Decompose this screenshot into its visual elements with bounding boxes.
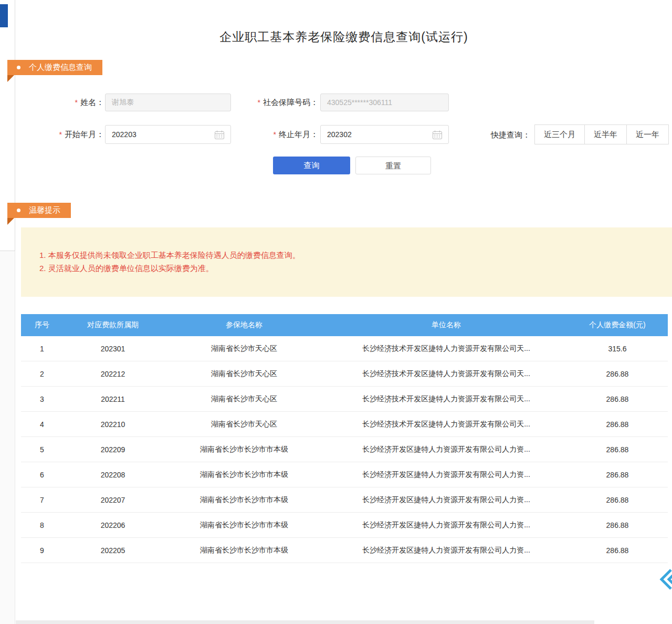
end-month-label: *终止年月： [236, 126, 318, 143]
table-cell: 长沙经济技术开发区捷特人力资源开发有限公司天... [326, 420, 567, 429]
end-month-value: 202302 [327, 130, 433, 139]
start-month-label: *开始年月： [42, 126, 104, 143]
table-header-place: 参保地名称 [163, 320, 326, 330]
name-field[interactable]: 谢旭泰 [105, 93, 231, 111]
table-cell: 286.88 [567, 471, 668, 479]
ssn-field[interactable]: 430525******306111 [320, 93, 449, 111]
name-value: 谢旭泰 [112, 98, 224, 107]
required-mark: * [274, 130, 276, 139]
required-mark: * [59, 130, 62, 139]
quick-option-last-half-year[interactable]: 近半年 [584, 124, 627, 144]
table-cell: 202210 [63, 420, 163, 429]
required-mark: * [75, 98, 78, 107]
table-cell: 315.6 [567, 345, 668, 353]
table-cell: 286.88 [567, 420, 668, 429]
required-mark: * [258, 98, 260, 107]
start-month-value: 202203 [112, 130, 215, 139]
table-cell: 湖南省长沙市天心区 [163, 420, 326, 429]
end-month-field[interactable]: 202302 [320, 125, 449, 144]
table-cell: 286.88 [567, 445, 668, 454]
ssn-label: *社会保障号码： [236, 93, 318, 111]
table-cell: 湖南省长沙市长沙市市本级 [163, 445, 326, 454]
table-cell: 286.88 [567, 370, 668, 378]
quick-query-label: 快捷查询： [480, 125, 530, 145]
notice-line: 2. 灵活就业人员的缴费单位信息以实际缴费为准。 [39, 262, 672, 275]
page-title: 企业职工基本养老保险缴费信息查询(试运行) [16, 29, 672, 45]
notice-panel: 1. 本服务仅提供尚未领取企业职工基本养老保险待遇人员的缴费信息查询。 2. 灵… [21, 227, 672, 297]
table-cell: 5 [21, 445, 63, 454]
double-left-chevron-icon[interactable] [656, 567, 672, 591]
table-cell: 202209 [63, 445, 163, 454]
notice-line: 1. 本服务仅提供尚未领取企业职工基本养老保险待遇人员的缴费信息查询。 [39, 227, 672, 262]
start-month-field[interactable]: 202203 [105, 125, 231, 144]
payment-table: 序号 对应费款所属期 参保地名称 单位名称 个人缴费金额(元) 1202301湖… [21, 314, 668, 563]
quick-option-last-3-months[interactable]: 近三个月 [534, 124, 585, 144]
table-row: 1202301湖南省长沙市天心区长沙经济技术开发区捷特人力资源开发有限公司天..… [21, 336, 668, 361]
section-badge-tips-label: 温馨提示 [29, 205, 60, 215]
table-body: 1202301湖南省长沙市天心区长沙经济技术开发区捷特人力资源开发有限公司天..… [21, 336, 668, 563]
table-row: 8202206湖南省长沙市长沙市市本级长沙经济开发区捷特人力资源开发有限公司人力… [21, 513, 668, 538]
quick-query-group: 近三个月 近半年 近一年 [534, 124, 669, 144]
section-badge-query: 个人缴费信息查询 [7, 60, 102, 75]
calendar-icon[interactable] [215, 130, 224, 139]
ribbon-fold [7, 75, 14, 82]
table-row: 9202205湖南省长沙市长沙市市本级长沙经济开发区捷特人力资源开发有限公司人力… [21, 538, 668, 563]
table-cell: 202208 [63, 471, 163, 479]
table-row: 6202208湖南省长沙市长沙市市本级长沙经济开发区捷特人力资源开发有限公司人力… [21, 462, 668, 487]
section-badge-tips: 温馨提示 [7, 203, 71, 218]
table-cell: 2 [21, 370, 63, 378]
table-cell: 1 [21, 345, 63, 353]
table-cell: 8 [21, 521, 63, 529]
table-cell: 长沙经济开发区捷特人力资源开发有限公司人力资... [326, 521, 567, 530]
table-cell: 湖南省长沙市天心区 [163, 394, 326, 404]
table-row: 3202211湖南省长沙市天心区长沙经济技术开发区捷特人力资源开发有限公司天..… [21, 387, 668, 412]
page: 企业职工基本养老保险缴费信息查询(试运行) 个人缴费信息查询 *姓名： 谢旭泰 … [0, 0, 672, 624]
table-cell: 286.88 [567, 546, 668, 555]
table-row: 5202209湖南省长沙市长沙市市本级长沙经济开发区捷特人力资源开发有限公司人力… [21, 437, 668, 462]
quick-option-last-year[interactable]: 近一年 [626, 124, 669, 144]
table-cell: 202301 [63, 345, 163, 353]
table-cell: 湖南省长沙市长沙市市本级 [163, 495, 326, 505]
table-cell: 202211 [63, 395, 163, 403]
table-cell: 202207 [63, 496, 163, 504]
table-cell: 202206 [63, 521, 163, 529]
reset-button[interactable]: 重置 [355, 157, 431, 174]
table-row: 4202210湖南省长沙市天心区长沙经济技术开发区捷特人力资源开发有限公司天..… [21, 412, 668, 437]
section-badge-query-label: 个人缴费信息查询 [29, 63, 92, 72]
table-header-row: 序号 对应费款所属期 参保地名称 单位名称 个人缴费金额(元) [21, 314, 668, 336]
table-cell: 4 [21, 420, 63, 429]
query-button[interactable]: 查询 [273, 157, 350, 174]
table-cell: 6 [21, 471, 63, 479]
table-cell: 202205 [63, 546, 163, 555]
table-cell: 286.88 [567, 395, 668, 403]
table-header-amount: 个人缴费金额(元) [567, 320, 668, 330]
table-cell: 7 [21, 496, 63, 504]
ssn-value: 430525******306111 [327, 98, 442, 107]
table-cell: 长沙经济技术开发区捷特人力资源开发有限公司天... [326, 394, 567, 404]
table-cell: 长沙经济开发区捷特人力资源开发有限公司人力资... [326, 546, 567, 555]
calendar-icon[interactable] [433, 130, 442, 139]
table-header-period: 对应费款所属期 [63, 320, 163, 330]
table-cell: 9 [21, 546, 63, 555]
table-cell: 286.88 [567, 521, 668, 529]
table-cell: 202212 [63, 370, 163, 378]
table-cell: 湖南省长沙市天心区 [163, 344, 326, 353]
sidebar-tab[interactable] [0, 4, 8, 27]
ribbon-fold [7, 218, 14, 225]
table-header-index: 序号 [21, 320, 63, 330]
table-cell: 3 [21, 395, 63, 403]
table-row: 7202207湖南省长沙市长沙市市本级长沙经济开发区捷特人力资源开发有限公司人力… [21, 487, 668, 513]
table-cell: 长沙经济开发区捷特人力资源开发有限公司人力资... [326, 470, 567, 480]
table-cell: 长沙经济开发区捷特人力资源开发有限公司人力资... [326, 495, 567, 505]
table-cell: 长沙经济开发区捷特人力资源开发有限公司人力资... [326, 445, 567, 454]
table-cell: 湖南省长沙市长沙市市本级 [163, 546, 326, 555]
table-cell: 湖南省长沙市长沙市市本级 [163, 470, 326, 480]
table-cell: 湖南省长沙市长沙市市本级 [163, 521, 326, 530]
table-cell: 长沙经济技术开发区捷特人力资源开发有限公司天... [326, 369, 567, 379]
table-header-company: 单位名称 [326, 320, 567, 330]
bottom-strip [16, 620, 594, 624]
bullet-dot-icon [17, 66, 20, 69]
table-cell: 长沙经济技术开发区捷特人力资源开发有限公司天... [326, 344, 567, 353]
bullet-dot-icon [17, 209, 20, 212]
name-label: *姓名： [42, 93, 104, 111]
